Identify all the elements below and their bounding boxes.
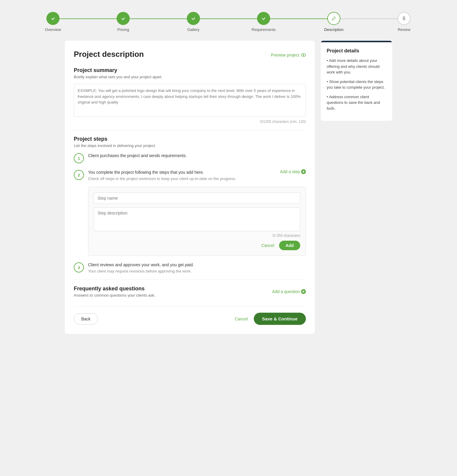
step-label-review: Review <box>398 27 411 32</box>
project-steps-section: Project steps List the steps involved in… <box>74 136 306 273</box>
step-item-requirements[interactable]: Requirements <box>228 12 299 32</box>
project-step-2: 2 You complete the project following the… <box>74 169 306 181</box>
page-title: Project description <box>74 50 144 59</box>
summary-char-count: 0/1200 characters (min. 120) <box>74 120 306 124</box>
step-3-content: Client reviews and approves your work, a… <box>88 262 306 273</box>
step-connector-1 <box>53 18 123 19</box>
project-step-1: 1 Client purchases the project and sends… <box>74 153 306 163</box>
step-label-pricing: Pricing <box>117 27 129 32</box>
step-connector-4 <box>264 18 334 19</box>
step-2-content: You complete the project following the s… <box>88 169 306 181</box>
step-circle-review: 6 <box>397 12 411 25</box>
faq-title: Frequently asked questions <box>74 286 155 292</box>
step-label-overview: Overview <box>45 27 61 32</box>
back-button[interactable]: Back <box>74 313 98 325</box>
add-step-button[interactable]: Add a step <box>280 169 306 174</box>
step-label-description: Description <box>324 27 343 32</box>
preview-link[interactable]: Preview project <box>271 53 306 57</box>
add-question-button[interactable]: Add a question <box>272 289 306 294</box>
step-circle-overview <box>46 12 60 25</box>
page-header: Project description Preview project <box>74 50 306 60</box>
right-panel: Project details • Add more details about… <box>321 41 392 121</box>
section-divider-1 <box>74 130 306 130</box>
main-layout: Project description Preview project Proj… <box>65 41 392 334</box>
right-panel-title: Project details <box>327 48 386 54</box>
step-number-3: 3 <box>74 262 84 273</box>
step-item-pricing[interactable]: Pricing <box>88 12 158 32</box>
steps-subtitle: List the steps involved in delivering yo… <box>74 143 306 148</box>
step-number-review: 6 <box>403 15 406 22</box>
faq-section: Frequently asked questions Answers to co… <box>74 286 306 298</box>
cancel-button[interactable]: Cancel <box>235 317 248 321</box>
step-label-gallery: Gallery <box>187 27 199 32</box>
step-desc-textarea[interactable] <box>94 207 300 231</box>
stepper: Overview Pricing Gallery Requirements De… <box>6 6 451 41</box>
step-name-input[interactable] <box>94 192 300 204</box>
step-item-gallery[interactable]: Gallery <box>158 12 228 32</box>
step-2-text: You complete the project following the s… <box>88 169 236 176</box>
add-step-icon <box>301 169 306 174</box>
faq-header: Frequently asked questions Answers to co… <box>74 286 306 298</box>
step-form-char-count: 0/ 250 characters <box>94 234 300 238</box>
step-form-actions: Cancel Add <box>94 241 300 250</box>
add-question-icon <box>301 289 306 294</box>
summary-subtitle: Briefly explain what sets you and your p… <box>74 75 306 79</box>
left-panel: Project description Preview project Proj… <box>65 41 315 334</box>
bottom-actions: Back Cancel Save & Continue <box>74 306 306 325</box>
right-panel-bullet-1: • Add more details about your offering a… <box>327 58 386 75</box>
step-circle-gallery <box>187 12 200 25</box>
project-summary-section: Project summary Briefly explain what set… <box>74 67 306 124</box>
step-circle-description <box>327 12 340 25</box>
step-connector-5 <box>334 18 404 19</box>
summary-title: Project summary <box>74 67 306 73</box>
right-panel-bullet-2: • Show potential clients the steps you t… <box>327 79 386 90</box>
step-circle-requirements <box>257 12 270 25</box>
step-number-2: 2 <box>74 170 84 180</box>
step-3-text: Client reviews and approves your work, a… <box>88 262 306 268</box>
step-item-review[interactable]: 6 Review <box>369 12 439 32</box>
section-divider-2 <box>74 279 306 280</box>
steps-title: Project steps <box>74 136 306 142</box>
preview-link-text: Preview project <box>271 53 299 57</box>
step-item-description[interactable]: Description <box>299 12 369 32</box>
step-circle-pricing <box>117 12 130 25</box>
step-number-1: 1 <box>74 153 84 163</box>
right-panel-content: Project details • Add more details about… <box>321 42 392 121</box>
step-label-requirements: Requirements <box>252 27 276 32</box>
right-panel-bullet-3: • Address common client questions to sav… <box>327 94 386 112</box>
step-form-cancel-button[interactable]: Cancel <box>261 243 274 248</box>
step-item-overview[interactable]: Overview <box>18 12 88 32</box>
faq-subtitle: Answers to common questions your clients… <box>74 293 155 298</box>
add-step-label: Add a step <box>280 169 300 174</box>
add-question-label: Add a question <box>272 289 300 294</box>
right-actions: Cancel Save & Continue <box>235 313 306 325</box>
step-2-subtext: Check off steps in the project workroom … <box>88 176 236 181</box>
step-form-add-button[interactable]: Add <box>279 241 300 250</box>
project-step-3: 3 Client reviews and approves your work,… <box>74 262 306 273</box>
svg-point-1 <box>303 54 304 55</box>
step-connector-2 <box>123 18 193 19</box>
add-step-form: 0/ 250 characters Cancel Add <box>88 187 306 256</box>
save-continue-button[interactable]: Save & Continue <box>254 313 306 325</box>
summary-textarea[interactable] <box>74 84 306 117</box>
step-3-subtext: Your client may request revisions before… <box>88 269 306 273</box>
step-connector-3 <box>193 18 264 19</box>
step-1-content: Client purchases the project and sends r… <box>88 153 306 159</box>
step-1-text: Client purchases the project and sends r… <box>88 153 306 159</box>
eye-icon <box>301 53 306 57</box>
